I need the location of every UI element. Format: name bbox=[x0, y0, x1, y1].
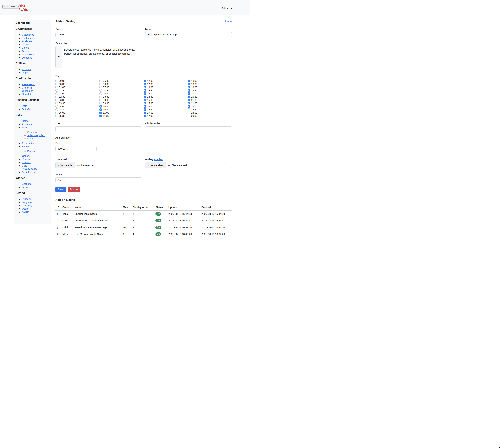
time-option-0130[interactable]: 01:30 bbox=[55, 89, 100, 92]
gallery-preview-link[interactable]: Preview bbox=[154, 158, 163, 161]
time-option-1200[interactable]: ✓12:00 bbox=[144, 79, 188, 82]
checkbox-unchecked-icon[interactable] bbox=[55, 108, 58, 111]
checkbox-checked-icon[interactable]: ✓ bbox=[144, 83, 146, 85]
sidebar-link-reservation[interactable]: Reservation bbox=[22, 83, 35, 86]
time-option-1730[interactable]: ✓17:30 bbox=[144, 114, 188, 117]
time-option-0630[interactable]: 06:30 bbox=[100, 82, 143, 86]
sidebar-link-property[interactable]: Property bbox=[22, 197, 31, 200]
time-option-1030[interactable]: ✓10:30 bbox=[100, 108, 143, 111]
time-option-0030[interactable]: 00:30 bbox=[55, 82, 100, 86]
sidebar-link-smtp[interactable]: SMTP bbox=[22, 210, 29, 213]
checkbox-unchecked-icon[interactable] bbox=[188, 112, 190, 114]
sidebar-link-check-in[interactable]: Check-in bbox=[22, 86, 32, 89]
checkbox-checked-icon[interactable]: ✓ bbox=[188, 93, 190, 95]
time-option-1130[interactable]: ✓11:30 bbox=[100, 114, 143, 117]
sidebar-link-sections[interactable]: Sections bbox=[22, 182, 32, 185]
checkbox-unchecked-icon[interactable] bbox=[55, 115, 58, 117]
checkbox-unchecked-icon[interactable] bbox=[55, 93, 58, 95]
row-id-link[interactable]: 2 bbox=[57, 219, 58, 222]
checkbox-checked-icon[interactable]: ✓ bbox=[100, 115, 102, 117]
time-option-1230[interactable]: ✓12:30 bbox=[144, 82, 188, 86]
checkbox-checked-icon[interactable]: ✓ bbox=[144, 89, 146, 92]
time-option-1430[interactable]: ✓14:30 bbox=[144, 95, 188, 98]
checkbox-unchecked-icon[interactable] bbox=[100, 102, 102, 104]
sidebar-link-users[interactable]: Users bbox=[22, 207, 28, 210]
sidebar-link-packages[interactable]: Packages bbox=[22, 37, 33, 39]
sidebar-link-table-book[interactable]: Table Book bbox=[22, 53, 34, 56]
status-select[interactable]: On bbox=[55, 177, 142, 183]
time-option-0300[interactable]: 03:00 bbox=[55, 98, 100, 101]
time-option-0700[interactable]: 07:00 bbox=[100, 86, 143, 89]
choose-files-button[interactable]: Choose Files bbox=[145, 162, 166, 168]
time-option-1300[interactable]: ✓13:00 bbox=[144, 86, 188, 89]
checkbox-checked-icon[interactable]: ✓ bbox=[188, 105, 190, 108]
sidebar-link-menu[interactable]: Menu bbox=[22, 126, 28, 129]
time-option-0200[interactable]: 02:00 bbox=[55, 92, 100, 95]
code-input[interactable] bbox=[55, 32, 142, 37]
time-option-1630[interactable]: ✓16:30 bbox=[144, 108, 188, 111]
max-input[interactable] bbox=[55, 126, 142, 132]
time-option-1530[interactable]: ✓15:30 bbox=[144, 101, 188, 105]
checkbox-checked-icon[interactable]: ✓ bbox=[144, 115, 146, 117]
sidebar-link-language[interactable]: Language bbox=[22, 201, 33, 204]
description-textarea[interactable]: Decorate your table with flowers, candle… bbox=[62, 46, 232, 68]
new-addon-link[interactable]: [+] New bbox=[223, 20, 232, 23]
time-option-1900[interactable]: ✓19:00 bbox=[188, 86, 232, 89]
sidebar-link-items[interactable]: Items bbox=[22, 186, 28, 189]
sidebar-link-gallery[interactable]: Gallery bbox=[22, 154, 30, 157]
time-option-2130[interactable]: ✓21:30 bbox=[188, 101, 232, 105]
sidebar-link-events[interactable]: Events bbox=[22, 145, 30, 148]
checkbox-checked-icon[interactable]: ✓ bbox=[100, 112, 102, 114]
time-option-2030[interactable]: ✓20:30 bbox=[188, 95, 232, 98]
time-option-1400[interactable]: ✓14:00 bbox=[144, 92, 188, 95]
time-option-0400[interactable]: 04:00 bbox=[55, 105, 100, 108]
checkbox-unchecked-icon[interactable] bbox=[55, 83, 58, 85]
choose-file-button[interactable]: Choose File bbox=[56, 162, 75, 168]
time-option-1100[interactable]: ✓11:00 bbox=[100, 111, 143, 114]
sidebar-link-account[interactable]: Account bbox=[22, 68, 31, 71]
sidebar-link-contact[interactable]: Contact bbox=[22, 161, 31, 164]
time-option-1000[interactable]: ✓10:00 bbox=[100, 105, 143, 108]
sidebar-link-events[interactable]: Events bbox=[27, 150, 35, 153]
sidebar-link-reviews[interactable]: Reviews bbox=[22, 158, 31, 160]
checkbox-unchecked-icon[interactable] bbox=[188, 108, 190, 111]
time-option-1500[interactable]: ✓15:00 bbox=[144, 98, 188, 101]
time-option-0430[interactable]: 04:30 bbox=[55, 108, 100, 111]
checkbox-unchecked-icon[interactable] bbox=[100, 99, 102, 101]
pax1-rate-input[interactable] bbox=[55, 146, 97, 151]
checkbox-checked-icon[interactable]: ✓ bbox=[144, 99, 146, 101]
checkbox-checked-icon[interactable]: ✓ bbox=[144, 112, 146, 114]
time-option-2300[interactable]: 23:00 bbox=[188, 111, 232, 114]
checkbox-checked-icon[interactable]: ✓ bbox=[144, 108, 146, 111]
sidebar-link-items[interactable]: Items bbox=[27, 137, 34, 140]
time-option-1600[interactable]: ✓16:00 bbox=[144, 105, 188, 108]
sidebar-link-home[interactable]: Home bbox=[22, 119, 29, 122]
time-option-0930[interactable]: 09:30 bbox=[100, 101, 143, 105]
time-option-0000[interactable]: 00:00 bbox=[55, 79, 100, 82]
checkbox-checked-icon[interactable]: ✓ bbox=[188, 89, 190, 92]
checkbox-checked-icon[interactable]: ✓ bbox=[188, 86, 190, 88]
admin-dropdown[interactable]: Admin bbox=[222, 7, 232, 10]
checkbox-checked-icon[interactable]: ✓ bbox=[144, 93, 146, 95]
sidebar-link-policy[interactable]: Policy bbox=[22, 43, 29, 46]
checkbox-unchecked-icon[interactable] bbox=[55, 86, 58, 88]
time-option-0230[interactable]: 02:30 bbox=[55, 95, 100, 98]
sidebar-link-about-us[interactable]: About us bbox=[22, 123, 32, 126]
time-option-1700[interactable]: ✓17:00 bbox=[144, 111, 188, 114]
sidebar-link-cart[interactable]: Cart bbox=[22, 164, 27, 167]
time-option-1830[interactable]: ✓18:30 bbox=[188, 82, 232, 86]
checkbox-unchecked-icon[interactable] bbox=[55, 105, 58, 108]
time-option-0600[interactable]: 06:00 bbox=[100, 79, 143, 82]
time-option-2000[interactable]: ✓20:00 bbox=[188, 92, 232, 95]
time-option-1330[interactable]: ✓13:30 bbox=[144, 89, 188, 92]
sidebar-link-zones[interactable]: Zones bbox=[22, 46, 29, 49]
checkbox-checked-icon[interactable]: ✓ bbox=[144, 102, 146, 104]
time-option-0100[interactable]: 01:00 bbox=[55, 86, 100, 89]
time-option-0800[interactable]: 08:00 bbox=[100, 92, 143, 95]
time-option-0830[interactable]: 08:30 bbox=[100, 95, 143, 98]
time-option-0330[interactable]: 03:30 bbox=[55, 101, 100, 105]
checkbox-unchecked-icon[interactable] bbox=[55, 102, 58, 104]
time-option-2330[interactable]: 23:30 bbox=[188, 114, 232, 117]
sidebar-link-sub-categories[interactable]: Sub Categories bbox=[27, 134, 45, 137]
checkbox-checked-icon[interactable]: ✓ bbox=[144, 86, 146, 88]
